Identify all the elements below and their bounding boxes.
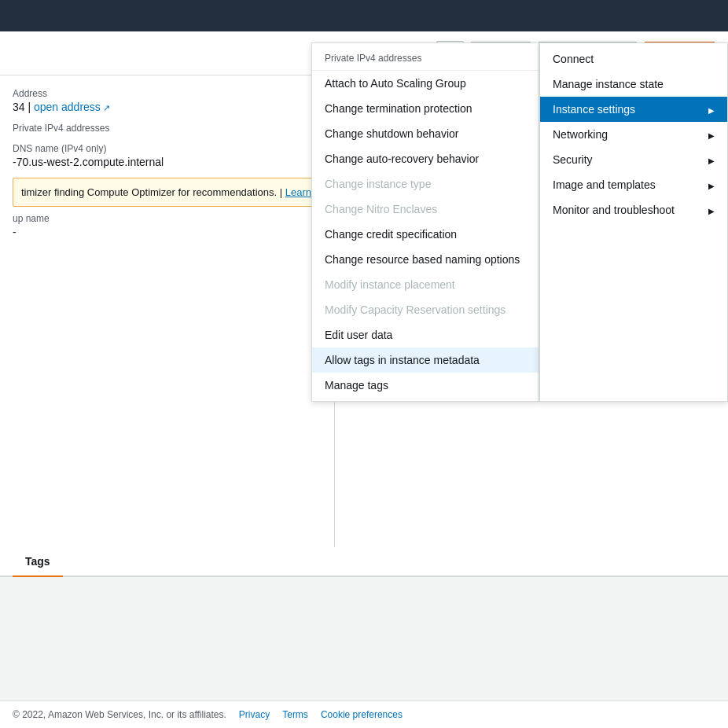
actions-dropdown-overlay: Private IPv4 addresses Attach to Auto Sc…	[311, 42, 728, 402]
menu-security[interactable]: Security	[540, 147, 727, 172]
tab-tags[interactable]: Tags	[13, 547, 63, 577]
dns-value: -70.us-west-2.compute.internal	[13, 156, 322, 168]
footer-copyright: © 2022, Amazon Web Services, Inc. or its…	[13, 709, 226, 720]
menu-monitor-troubleshoot[interactable]: Monitor and troubleshoot	[540, 197, 727, 222]
menu-change-credit[interactable]: Change credit specification	[312, 222, 539, 247]
terms-link[interactable]: Terms	[282, 709, 308, 720]
instance-settings-submenu: Private IPv4 addresses Attach to Auto Sc…	[311, 42, 539, 402]
menu-manage-instance-state[interactable]: Manage instance state	[540, 72, 727, 97]
menu-change-naming[interactable]: Change resource based naming options	[312, 247, 539, 272]
menu-change-shutdown[interactable]: Change shutdown behavior	[312, 121, 539, 146]
menu-modify-placement: Modify instance placement	[312, 272, 539, 297]
menu-image-templates[interactable]: Image and templates	[540, 172, 727, 197]
menu-edit-user-data[interactable]: Edit user data	[312, 322, 539, 347]
actions-main-dropdown: Connect Manage instance state Instance s…	[539, 42, 728, 402]
image-templates-chevron-right-icon	[708, 178, 715, 191]
instance-settings-chevron-right-icon	[708, 103, 715, 116]
open-address-link[interactable]: open address	[34, 101, 110, 113]
optimizer-banner: timizer finding Compute Optimizer for re…	[13, 178, 322, 207]
menu-manage-tags[interactable]: Manage tags	[312, 373, 539, 398]
menu-connect[interactable]: Connect	[540, 46, 727, 72]
group-name-value: -	[13, 226, 322, 238]
address-number: 34	[13, 101, 25, 113]
private-ipv4-header-label: Private IPv4 addresses	[13, 123, 322, 134]
learn-more-link[interactable]: Learn	[285, 186, 311, 198]
private-ipv4-header: Private IPv4 addresses	[312, 46, 539, 71]
cookie-link[interactable]: Cookie preferences	[321, 709, 403, 720]
menu-change-nitro: Change Nitro Enclaves	[312, 197, 539, 222]
tabs-bar: Tags	[0, 547, 728, 577]
menu-modify-capacity: Modify Capacity Reservation settings	[312, 297, 539, 322]
menu-allow-tags-metadata[interactable]: Allow tags in instance metadata	[312, 347, 539, 373]
monitor-troubleshoot-chevron-right-icon	[708, 204, 715, 216]
optimizer-text: Compute Optimizer for recommendations. |	[87, 186, 282, 198]
optimizer-label: timizer finding	[21, 186, 84, 198]
menu-attach-asg[interactable]: Attach to Auto Scaling Group	[312, 71, 539, 96]
menu-networking[interactable]: Networking	[540, 122, 727, 147]
group-name-label: up name	[13, 213, 322, 224]
menu-change-auto-recovery[interactable]: Change auto-recovery behavior	[312, 146, 539, 171]
dns-label: DNS name (IPv4 only)	[13, 143, 322, 154]
top-navigation-bar	[0, 0, 728, 31]
footer: © 2022, Amazon Web Services, Inc. or its…	[0, 700, 728, 728]
menu-change-termination[interactable]: Change termination protection	[312, 96, 539, 121]
privacy-link[interactable]: Privacy	[239, 709, 270, 720]
security-chevron-right-icon	[708, 153, 715, 166]
networking-chevron-right-icon	[708, 128, 715, 141]
address-value: 34 | open address	[13, 101, 322, 113]
menu-change-instance-type: Change instance type	[312, 171, 539, 197]
menu-instance-settings[interactable]: Instance settings	[540, 97, 727, 122]
address-label: Address	[13, 88, 322, 99]
left-detail-panel: Address 34 | open address Private IPv4 a…	[0, 75, 335, 547]
